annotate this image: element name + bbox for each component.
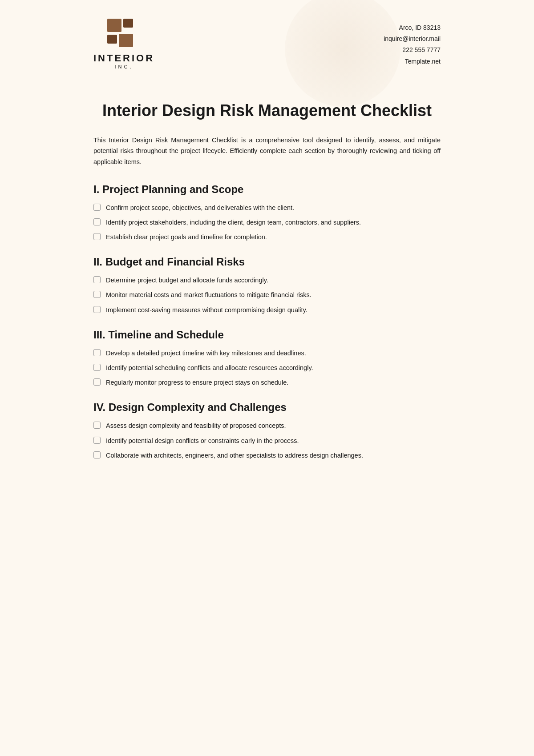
header: INTERIOR INC. Arco, ID 83213 inquire@int… [67,0,467,83]
checklist-item-text: Identify project stakeholders, including… [106,217,441,228]
checklist-item: Identify project stakeholders, including… [93,217,441,228]
svg-rect-2 [107,35,117,44]
checklist-item: Collaborate with architects, engineers, … [93,450,441,461]
page: INTERIOR INC. Arco, ID 83213 inquire@int… [67,0,467,501]
checkbox-1-2[interactable] [93,218,101,225]
checkbox-2-2[interactable] [93,291,101,298]
svg-rect-3 [119,34,133,47]
svg-rect-1 [123,19,133,28]
checkbox-4-2[interactable] [93,437,101,444]
main-content: Interior Design Risk Management Checklis… [67,83,467,501]
checklist-item: Implement cost-saving measures without c… [93,305,441,315]
checklist-item: Monitor material costs and market fluctu… [93,290,441,300]
checklist-item: Develop a detailed project timeline with… [93,348,441,358]
section-project-planning: I. Project Planning and Scope Confirm pr… [93,183,441,243]
checklist-item-text: Identify potential design conflicts or c… [106,436,441,446]
svg-rect-0 [107,19,121,32]
brand-sub: INC. [93,64,154,69]
section-design-complexity: IV. Design Complexity and Challenges Ass… [93,401,441,461]
contact-phone: 222 555 7777 [384,44,441,56]
checklist-item-text: Develop a detailed project timeline with… [106,348,441,358]
contact-address: Arco, ID 83213 [384,22,441,33]
main-title: Interior Design Risk Management Checklis… [93,101,441,121]
checklist-item-text: Establish clear project goals and timeli… [106,232,441,242]
checklist-item-text: Determine project budget and allocate fu… [106,275,441,286]
checkbox-3-1[interactable] [93,349,101,356]
checkbox-2-3[interactable] [93,306,101,313]
section-4-checklist: Assess design complexity and feasibility… [93,421,441,461]
checklist-item: Identify potential design conflicts or c… [93,436,441,446]
checklist-item: Regularly monitor progress to ensure pro… [93,378,441,388]
checkbox-3-3[interactable] [93,378,101,386]
checklist-item: Assess design complexity and feasibility… [93,421,441,431]
checklist-item-text: Confirm project scope, objectives, and d… [106,203,441,213]
checklist-item-text: Monitor material costs and market fluctu… [106,290,441,300]
checklist-item: Identify potential scheduling conflicts … [93,363,441,373]
contact-info: Arco, ID 83213 inquire@interior.mail 222… [384,18,441,67]
section-3-title: III. Timeline and Schedule [93,329,441,341]
section-budget-financial: II. Budget and Financial Risks Determine… [93,256,441,315]
contact-email: inquire@interior.mail [384,33,441,44]
checkbox-1-1[interactable] [93,204,101,211]
checkbox-1-3[interactable] [93,233,101,240]
section-4-title: IV. Design Complexity and Challenges [93,401,441,414]
checklist-item: Determine project budget and allocate fu… [93,275,441,286]
intro-text: This Interior Design Risk Management Che… [93,135,441,168]
section-2-title: II. Budget and Financial Risks [93,256,441,268]
logo-icon [106,18,142,49]
brand-name: INTERIOR [93,52,154,64]
checkbox-4-1[interactable] [93,422,101,429]
section-2-checklist: Determine project budget and allocate fu… [93,275,441,315]
checkbox-4-3[interactable] [93,451,101,458]
section-timeline-schedule: III. Timeline and Schedule Develop a det… [93,329,441,388]
checkbox-3-2[interactable] [93,364,101,371]
section-1-title: I. Project Planning and Scope [93,183,441,196]
logo-text: INTERIOR INC. [93,52,154,69]
logo-section: INTERIOR INC. [93,18,154,69]
checklist-item-text: Regularly monitor progress to ensure pro… [106,378,441,388]
checkbox-2-1[interactable] [93,276,101,283]
checklist-item-text: Assess design complexity and feasibility… [106,421,441,431]
checklist-item: Confirm project scope, objectives, and d… [93,203,441,213]
section-3-checklist: Develop a detailed project timeline with… [93,348,441,388]
checklist-item-text: Identify potential scheduling conflicts … [106,363,441,373]
checklist-item-text: Implement cost-saving measures without c… [106,305,441,315]
checklist-item-text: Collaborate with architects, engineers, … [106,450,441,461]
contact-website: Template.net [384,56,441,67]
section-1-checklist: Confirm project scope, objectives, and d… [93,203,441,243]
checklist-item: Establish clear project goals and timeli… [93,232,441,242]
